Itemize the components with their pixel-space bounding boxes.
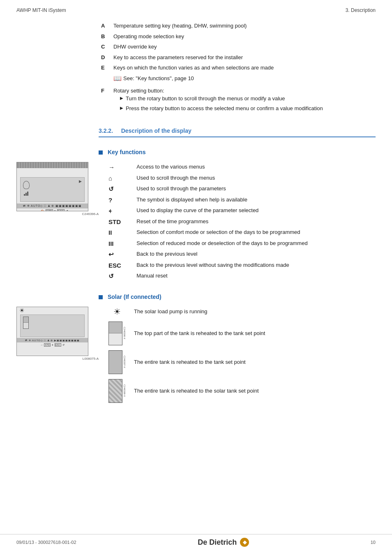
bar2 — [25, 193, 27, 196]
section-title: Description of the display — [121, 127, 191, 134]
tank-solar-label: C246398-X — [123, 384, 126, 397]
func-sym-curve: ⍅ — [107, 206, 135, 217]
func-row-curve: ⍅ Used to display the curve of the param… — [107, 206, 376, 217]
func-sym-manual-reset: ↺ — [107, 271, 135, 282]
key-table: A Temperature setting key (heating, DHW,… — [99, 21, 325, 115]
key-row-a: A Temperature setting key (heating, DHW,… — [99, 21, 325, 31]
signal-bars — [24, 192, 28, 196]
func-row-reduced: III Selection of reduced mode or deselec… — [107, 238, 376, 250]
header-right: 3. Description — [346, 7, 376, 13]
solar-screen-area — [20, 314, 85, 337]
solar-sun-icon: ☀ — [19, 307, 25, 314]
func-row-esc: ESC Back to the previous level without s… — [107, 260, 376, 271]
func-sym-scroll: ↺ — [107, 184, 135, 195]
reference-line: 📖 See: "Key functions", page 10 — [113, 74, 323, 83]
func-desc-arrow: Access to the various menus — [135, 162, 376, 173]
func-row-question: ? The symbol is displayed when help is a… — [107, 195, 376, 206]
solar-pump-icon: ☀ — [107, 307, 127, 317]
solar-bottom-icons: → STD II ESC ↺ — [17, 342, 88, 347]
func-row-std: STD Reset of the time programmes — [107, 217, 376, 228]
footer-logo: De Dietrich ◆ — [198, 538, 249, 547]
logo-icon: ◆ — [240, 538, 249, 547]
key-functions-label: Key functions — [108, 149, 146, 155]
solar-title: Solar (If connected) — [99, 294, 376, 300]
solar-row-2: C246396-X The top part of the tank is re… — [107, 321, 376, 345]
page-header: AWHP MIT-IN iSystem 3. Description — [0, 0, 392, 16]
blue-bullet-icon — [99, 150, 103, 155]
solar-row-1: ☀ The solar load pump is running — [107, 307, 376, 317]
arrow-icon-2: ▶ — [120, 105, 123, 111]
main-content: A Temperature setting key (heating, DHW,… — [0, 21, 392, 408]
solar-pause-icon: II — [52, 344, 53, 346]
key-label-e: E — [99, 62, 111, 86]
key-label-b: B — [99, 31, 111, 42]
sub-bullet-2: ▶ Press the rotary button to access the … — [120, 104, 323, 113]
display-image-box: ▶ ⇄ ❄ AUTO◇ □ ♟ ⊕ ▣▣▣▣▣▣▣▣ → 🏠 STD II ES… — [16, 162, 99, 282]
sub-bullet-text-2: Press the rotary button to access the se… — [126, 104, 323, 113]
key-row-b: B Operating mode selection key — [99, 31, 325, 42]
func-desc-esc: Back to the previous level without savin… — [135, 260, 376, 271]
solar-bottom-bar: ⇄ ❄ AUTO◇ □ ♟ ⊕ ▶▣▣▣▣▣▣▣▣ — [17, 338, 88, 342]
func-desc-reduced: Selection of reduced mode or deselection… — [135, 238, 376, 250]
image-label-ca: C246396-A — [16, 212, 99, 216]
solar-esc-icon: ESC — [55, 343, 61, 347]
key-label-f: F — [99, 86, 111, 116]
func-row-manual-reset: ↺ Manual reset — [107, 271, 376, 282]
tank-top-desc: The top part of the tank is reheated to … — [134, 330, 376, 336]
func-desc-question: The symbol is displayed when help is ava… — [135, 195, 376, 206]
solar-functions: ☀ The solar load pump is running C246396… — [107, 307, 376, 408]
sub-bullet-1: ▶ Turn the rotary button to scroll throu… — [120, 95, 323, 103]
key-desc-d: Key to access the parameters reserved fo… — [111, 52, 325, 63]
solar-image-label: L008075-A — [16, 357, 99, 361]
key-row-f: F Rotary setting button: ▶ Turn the rota… — [99, 86, 325, 116]
tank-top-label: C246396-X — [123, 327, 126, 339]
key-row-e: E Keys on which the function varies as a… — [99, 62, 325, 86]
tank-bottom-empty — [109, 333, 122, 345]
key-desc-e: Keys on which the function varies as and… — [111, 62, 325, 86]
solar-arrow-icon: → — [40, 344, 43, 346]
solar-display-image: ☀ ⇄ ❄ AUTO◇ □ ♟ ⊕ ▶▣▣▣▣▣▣▣▣ → STD — [16, 307, 88, 356]
page-footer: 09/01/13 - 300027618-001-02 De Dietrich … — [0, 534, 392, 547]
func-desc-std: Reset of the time programmes — [135, 217, 376, 228]
logo-text: De Dietrich — [198, 538, 237, 547]
functions-table-container: → Access to the various menus ⌂ Used to … — [107, 162, 376, 282]
key-functions-title: Key functions — [99, 149, 376, 155]
key-desc-c: DHW override key — [111, 42, 325, 52]
func-sym-comfort: II — [107, 227, 135, 238]
func-desc-manual-reset: Manual reset — [135, 271, 376, 282]
book-icon: 📖 — [113, 74, 122, 83]
ref-text: See: "Key functions", page 10 — [123, 74, 194, 83]
func-sym-house: ⌂ — [107, 173, 135, 184]
func-row-scroll: ↺ Used to scroll through the parameters — [107, 184, 376, 195]
solar-row-4: C246398-X The entire tank is reheated to… — [107, 379, 376, 403]
tank-solar-image — [108, 379, 122, 403]
func-sym-arrow: → — [107, 162, 135, 173]
key-label-c: C — [99, 42, 111, 52]
tank-full-container: C246397-X — [107, 350, 127, 374]
screen-top-bar — [17, 162, 88, 168]
std-icon: STD — [46, 209, 53, 211]
bar1 — [24, 194, 25, 196]
tank-full-image — [108, 350, 122, 374]
footer-left: 09/01/13 - 300027618-001-02 — [16, 540, 76, 545]
tank-top-fill — [109, 322, 122, 333]
func-sym-esc: ESC — [107, 260, 135, 271]
display-image: ▶ ⇄ ❄ AUTO◇ □ ♟ ⊕ ▣▣▣▣▣▣▣▣ → 🏠 STD II ES… — [16, 162, 88, 211]
solar-display-box: ☀ ⇄ ❄ AUTO◇ □ ♟ ⊕ ▶▣▣▣▣▣▣▣▣ → STD — [16, 307, 99, 408]
tank-top-image — [108, 321, 122, 345]
functions-table: → Access to the various menus ⌂ Used to … — [107, 162, 376, 282]
bottom-status-bar: ⇄ ❄ AUTO◇ □ ♟ ⊕ ▣▣▣▣▣▣▣▣ — [17, 204, 88, 208]
solar-std-icon: STD — [44, 343, 51, 347]
cursor-icon: ↺ — [66, 210, 68, 212]
status-icons: ⇄ ❄ AUTO◇ □ ♟ ⊕ ▣▣▣▣▣▣▣▣ — [23, 204, 82, 208]
solar-content: ☀ ⇄ ❄ AUTO◇ □ ♟ ⊕ ▶▣▣▣▣▣▣▣▣ → STD — [16, 307, 376, 408]
bar3 — [27, 192, 28, 196]
screen-area: ▶ — [20, 177, 85, 202]
func-desc-comfort: Selection of comfort mode or selection o… — [135, 227, 376, 238]
pause-icon: II — [54, 210, 56, 211]
solar-pump-desc: The solar load pump is running — [134, 308, 376, 314]
tank-full-desc: The entire tank is reheated to the tank … — [134, 359, 376, 365]
func-desc-scroll: Used to scroll through the parameters — [135, 184, 376, 195]
func-sym-reduced: III — [107, 238, 135, 250]
solar-tank-icon — [23, 317, 29, 329]
